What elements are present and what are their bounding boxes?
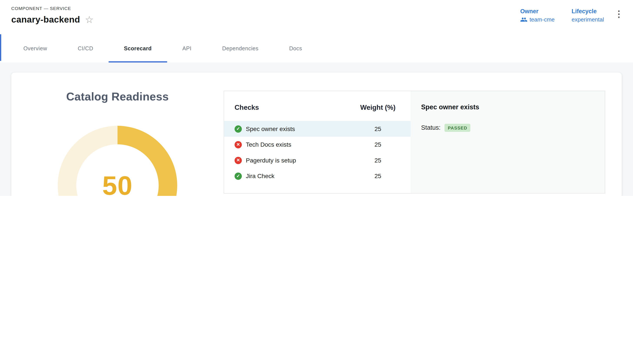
- tab-scorecard[interactable]: Scorecard: [109, 34, 167, 62]
- check-name: Spec owner exists: [246, 126, 295, 132]
- status-badge: PASSED: [445, 124, 471, 132]
- check-detail-title: Spec owner exists: [421, 103, 594, 111]
- scorecard-card: Catalog Readiness 50 0-49 50-74: [11, 73, 622, 196]
- status-label: Status:: [421, 124, 441, 131]
- score-value: 50: [102, 170, 133, 196]
- check-passed-icon: ✓: [235, 172, 242, 180]
- entity-header: COMPONENT — SERVICE canary-backend ☆ Own…: [0, 0, 633, 34]
- check-row-spec-owner[interactable]: ✓ Spec owner exists 25: [224, 121, 410, 137]
- lifecycle-block: Lifecycle experimental: [571, 8, 604, 22]
- more-options-button[interactable]: ⋮: [614, 10, 623, 19]
- check-failed-icon: ✕: [235, 141, 242, 148]
- check-status-row: Status: PASSED: [421, 124, 594, 132]
- score-gauge: 50: [58, 126, 177, 196]
- checks-table-header: Checks Weight (%): [224, 102, 410, 114]
- content-area: Catalog Readiness 50 0-49 50-74: [0, 62, 633, 196]
- page-title: canary-backend: [11, 14, 80, 25]
- tab-overview[interactable]: Overview: [8, 34, 62, 62]
- tab-api[interactable]: API: [167, 34, 207, 62]
- check-weight: 25: [356, 157, 400, 164]
- check-row-jira[interactable]: ✓ Jira Check 25: [224, 168, 410, 184]
- check-name: Tech Docs exists: [246, 141, 291, 148]
- title-row: canary-backend ☆: [11, 14, 94, 25]
- app-window: COMPONENT — SERVICE canary-backend ☆ Own…: [0, 0, 633, 196]
- check-weight: 25: [356, 126, 400, 132]
- lifecycle-value: experimental: [571, 16, 604, 22]
- check-row-pagerduty[interactable]: ✕ Pagerduty is setup 25: [224, 152, 410, 168]
- checks-header-label: Checks: [235, 104, 356, 112]
- team-icon: [520, 17, 527, 22]
- checks-column: Checks Weight (%) ✓ Spec owner exists 25: [224, 73, 622, 196]
- tab-dependencies[interactable]: Dependencies: [207, 34, 274, 62]
- check-weight: 25: [356, 141, 400, 148]
- owner-block: Owner team-cme: [520, 8, 555, 22]
- check-row-tech-docs[interactable]: ✕ Tech Docs exists 25: [224, 137, 410, 152]
- check-weight: 25: [356, 172, 400, 180]
- tab-bar: Overview CI/CD Scorecard API Dependencie…: [0, 34, 633, 62]
- check-passed-icon: ✓: [235, 125, 242, 132]
- left-accent-bar: [0, 34, 1, 61]
- scorecard-title: Catalog Readiness: [66, 90, 169, 103]
- check-name: Jira Check: [246, 172, 275, 180]
- check-failed-icon: ✕: [235, 156, 242, 164]
- lifecycle-label: Lifecycle: [571, 8, 604, 14]
- favorite-star-icon[interactable]: ☆: [85, 15, 94, 25]
- tab-cicd[interactable]: CI/CD: [62, 34, 108, 62]
- score-summary-column: Catalog Readiness 50 0-49 50-74: [11, 73, 224, 196]
- score-gauge-hole: 50: [76, 144, 159, 196]
- checks-table: Checks Weight (%) ✓ Spec owner exists 25: [224, 91, 410, 193]
- breadcrumb: COMPONENT — SERVICE: [11, 6, 71, 11]
- checks-panel: Checks Weight (%) ✓ Spec owner exists 25: [224, 91, 605, 194]
- check-detail-panel: Spec owner exists Status: PASSED: [410, 91, 605, 193]
- owner-label: Owner: [520, 8, 555, 14]
- header-meta: Owner team-cme Lifecycle experimental: [520, 8, 604, 22]
- weight-header-label: Weight (%): [356, 104, 400, 112]
- check-name: Pagerduty is setup: [246, 157, 296, 164]
- tab-docs[interactable]: Docs: [274, 34, 318, 62]
- owner-value: team-cme: [530, 16, 555, 22]
- owner-link[interactable]: team-cme: [520, 16, 555, 22]
